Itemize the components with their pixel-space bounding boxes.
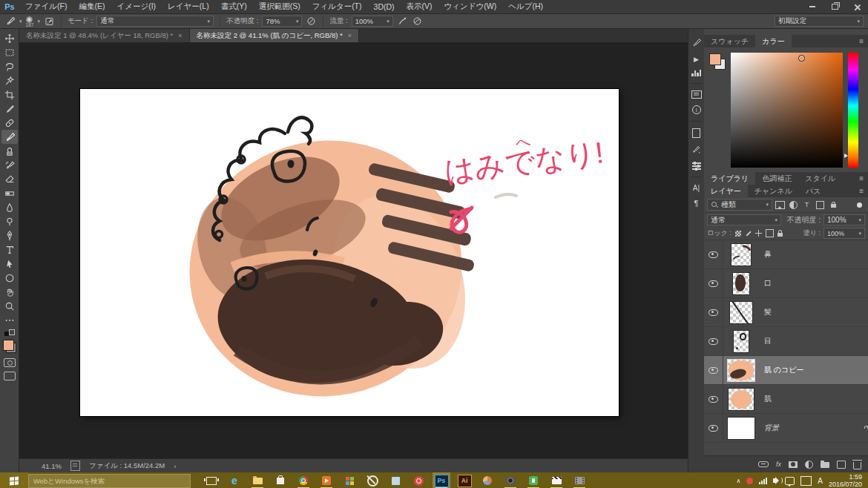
hue-slider-marker[interactable]: [844, 154, 848, 158]
clone-stamp-tool[interactable]: [1, 144, 18, 158]
gradient-tool[interactable]: [1, 186, 18, 200]
layer-visibility-toggle[interactable]: [704, 385, 723, 413]
brush-caret-icon[interactable]: ▾: [37, 19, 40, 24]
panel-tab[interactable]: ライブラリ: [704, 172, 755, 185]
restore-button[interactable]: [823, 0, 846, 13]
panel-tab[interactable]: チャンネル: [748, 185, 799, 197]
screen-mode-button[interactable]: [4, 372, 16, 380]
evernote-button[interactable]: [525, 472, 542, 488]
panel-tab[interactable]: スタイル: [798, 172, 842, 185]
lock-all-icon[interactable]: [777, 233, 783, 237]
layer-name[interactable]: 口: [764, 278, 772, 288]
minimize-button[interactable]: [801, 0, 823, 13]
info-panel-icon[interactable]: i: [692, 105, 701, 114]
menu-item[interactable]: 選択範囲(S): [253, 1, 306, 12]
layer-row[interactable]: 目: [704, 327, 868, 356]
layer-name[interactable]: 背景: [764, 423, 779, 433]
taskbar-search-input[interactable]: [28, 474, 191, 488]
panel-menu-icon[interactable]: ≡: [859, 185, 868, 197]
layer-name[interactable]: 肌 のコピー: [764, 365, 803, 375]
store-button[interactable]: [272, 472, 289, 488]
brush-tool[interactable]: [1, 130, 18, 144]
add-layer-mask-icon[interactable]: [789, 461, 798, 468]
layer-thumbnail[interactable]: [733, 273, 749, 294]
close-tab-icon[interactable]: ×: [178, 32, 182, 39]
panel-tab[interactable]: スウォッチ: [704, 35, 755, 47]
filter-smart-objects-icon[interactable]: [828, 200, 839, 210]
layer-row[interactable]: 口: [704, 269, 868, 298]
brush-settings-panel-icon[interactable]: [691, 38, 701, 49]
tray-expand-icon[interactable]: ∧: [736, 478, 740, 484]
zoom-level-value[interactable]: 41.1%: [42, 462, 62, 470]
task-view-button[interactable]: [203, 472, 220, 488]
lock-position-icon[interactable]: [755, 230, 762, 237]
lock-transparency-icon[interactable]: [735, 231, 741, 237]
menu-item[interactable]: ファイル(F): [19, 1, 73, 12]
panel-tab[interactable]: パス: [799, 185, 827, 197]
menu-item[interactable]: 表示(V): [401, 1, 438, 12]
spot-healing-brush-tool[interactable]: [1, 116, 18, 130]
paragraph-panel-icon[interactable]: ¶: [694, 199, 699, 208]
menu-item[interactable]: ヘルプ(H): [502, 1, 549, 12]
new-layer-icon[interactable]: [837, 461, 846, 469]
network-signal-icon[interactable]: [759, 478, 767, 484]
layer-visibility-toggle[interactable]: [704, 414, 723, 442]
move-tool[interactable]: [1, 31, 18, 45]
airbrush-icon[interactable]: [397, 16, 408, 26]
taskbar-clock[interactable]: 1:59 2016/07/20: [829, 473, 862, 488]
layer-blend-mode-select[interactable]: 通常 ▾: [707, 214, 781, 225]
close-button[interactable]: [846, 0, 868, 13]
layer-row[interactable]: 肌: [704, 385, 868, 414]
layer-name[interactable]: 髪: [764, 307, 772, 317]
layer-row[interactable]: 背景: [704, 414, 868, 443]
panel-tab[interactable]: レイヤー: [704, 185, 748, 197]
photoshop-taskbar-button[interactable]: Ps: [433, 472, 450, 488]
menu-item[interactable]: フィルター(T): [306, 1, 368, 12]
link-layers-icon[interactable]: [758, 461, 769, 467]
file-explorer-button[interactable]: [249, 472, 266, 488]
layer-thumbnail[interactable]: [730, 302, 752, 323]
close-tab-icon[interactable]: ×: [348, 32, 352, 39]
pressure-opacity-icon[interactable]: [306, 16, 317, 26]
globe-app-button[interactable]: [479, 472, 496, 488]
ime-mode-indicator[interactable]: A: [818, 477, 823, 485]
opacity-select[interactable]: 78% ▾: [262, 16, 302, 27]
zoom-tool[interactable]: [1, 299, 18, 313]
illustrator-taskbar-button[interactable]: Ai: [456, 472, 473, 488]
toggle-brush-panel-icon[interactable]: [44, 16, 55, 26]
camera-app-button[interactable]: [502, 472, 519, 488]
color-picker-ring[interactable]: [798, 55, 805, 62]
edge-button[interactable]: e: [226, 472, 243, 488]
foreground-color-swatch[interactable]: [3, 340, 14, 351]
foreground-color-swatch[interactable]: [709, 53, 721, 65]
eraser-tool[interactable]: [1, 172, 18, 186]
shape-tool[interactable]: [1, 271, 18, 285]
pressure-size-icon[interactable]: [412, 16, 423, 26]
volume-icon[interactable]: [773, 478, 776, 483]
histogram-panel-icon[interactable]: [691, 70, 701, 76]
preset-caret-icon[interactable]: ▾: [19, 19, 22, 24]
sticky-notes-button[interactable]: [387, 472, 404, 488]
canvas-artboard[interactable]: はみでなり! へ: [80, 89, 619, 416]
filter-toggle-icon[interactable]: [857, 202, 862, 208]
color-swatches[interactable]: [2, 339, 17, 354]
status-chevron-icon[interactable]: ›: [174, 462, 176, 470]
brush-tool-preset-icon[interactable]: [4, 16, 16, 26]
layer-name[interactable]: 目: [764, 336, 772, 346]
layer-row[interactable]: 肌 のコピー: [704, 356, 868, 385]
layer-thumbnail[interactable]: [728, 360, 754, 381]
filter-type-layers-icon[interactable]: T: [801, 200, 812, 210]
layer-opacity-select[interactable]: 100% ▾: [823, 214, 865, 225]
layer-visibility-toggle[interactable]: [704, 356, 723, 384]
lasso-tool[interactable]: [1, 59, 18, 73]
layer-thumbnail[interactable]: [728, 418, 754, 439]
lock-artboard-icon[interactable]: [766, 229, 774, 237]
swap-colors-icon[interactable]: [4, 329, 15, 337]
adjustment-layer-icon[interactable]: [805, 461, 813, 469]
hue-slider[interactable]: [848, 53, 858, 168]
action-center-icon[interactable]: [785, 477, 795, 485]
eyedropper-tool[interactable]: [1, 102, 18, 116]
pasteboard[interactable]: はみでなり! へ: [19, 42, 688, 458]
power-app-button[interactable]: [410, 472, 427, 488]
layer-fill-select[interactable]: 100% ▾: [823, 228, 865, 239]
